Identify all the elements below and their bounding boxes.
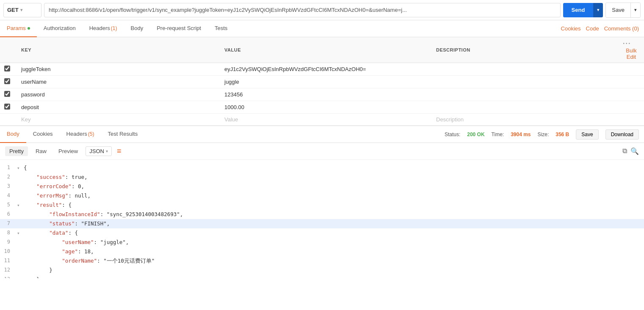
code-line: 9 "userName": "juggle",	[0, 238, 644, 247]
line-arrow	[17, 192, 24, 192]
tab-params[interactable]: Params	[0, 20, 37, 37]
response-section: Body Cookies Headers(5) Test Results Sta…	[0, 126, 644, 278]
table-row: deposit 1000.00	[0, 101, 644, 114]
params-table: KEY VALUE DESCRIPTION ··· Bulk Edit jugg…	[0, 37, 644, 126]
format-tab-pretty[interactable]: Pretty	[5, 146, 28, 156]
search-icon[interactable]: 🔍	[630, 147, 639, 155]
line-content: }	[24, 275, 644, 278]
desc-placeholder[interactable]: Description	[436, 116, 464, 123]
status-value: 200 OK	[467, 132, 484, 137]
line-arrow	[17, 257, 24, 258]
line-content: "errorCode": 0,	[24, 182, 644, 191]
line-number: 9	[0, 238, 17, 246]
line-number: 3	[0, 182, 17, 190]
send-button[interactable]: Send	[563, 3, 594, 17]
table-row: password 123456	[0, 88, 644, 101]
response-save-button[interactable]: Save	[576, 129, 598, 140]
line-number: 8	[0, 229, 17, 237]
code-line: 8 ▾ "data": {	[0, 228, 644, 238]
column-options-icon[interactable]: ···	[623, 40, 631, 47]
headers-badge: (1)	[111, 25, 117, 31]
row-value: 1000.00	[224, 104, 244, 110]
save-button[interactable]: Save	[606, 3, 630, 17]
row-value: juggle	[224, 79, 239, 85]
comments-link[interactable]: Comments (0)	[604, 25, 639, 32]
tab-tests[interactable]: Tests	[208, 20, 234, 37]
line-content: "success": true,	[24, 173, 644, 181]
line-number: 1	[0, 164, 17, 172]
params-header-row: KEY VALUE DESCRIPTION ··· Bulk Edit	[0, 37, 644, 63]
col-header-desc: DESCRIPTION	[432, 37, 619, 63]
row-checkbox[interactable]	[4, 78, 10, 84]
row-checkbox[interactable]	[4, 91, 10, 97]
key-placeholder[interactable]: Key	[21, 116, 30, 123]
line-content: {	[24, 164, 644, 172]
body-toolbar: Pretty Raw Preview JSON ▾ ≡ ⧉ 🔍	[0, 143, 644, 160]
send-dropdown-button[interactable]: ▾	[593, 3, 603, 17]
method-label: GET	[7, 7, 19, 13]
response-tab-test-results[interactable]: Test Results	[101, 126, 144, 143]
tab-headers[interactable]: Headers(1)	[83, 20, 124, 37]
format-tab-preview[interactable]: Preview	[54, 146, 82, 156]
line-number: 7	[0, 219, 17, 228]
cookies-link[interactable]: Cookies	[561, 25, 581, 32]
code-line: 5 ▾ "result": {	[0, 200, 644, 210]
format-tab-raw[interactable]: Raw	[31, 146, 51, 156]
code-line: 2 "success": true,	[0, 173, 644, 182]
wrap-icon[interactable]: ≡	[117, 147, 122, 156]
send-button-group: Send ▾	[563, 3, 603, 17]
table-row-placeholder: Key Value Description	[0, 114, 644, 126]
tab-body[interactable]: Body	[124, 20, 150, 37]
language-dropdown[interactable]: JSON ▾	[86, 146, 112, 156]
row-checkbox[interactable]	[4, 104, 10, 110]
line-number: 4	[0, 192, 17, 200]
code-line: 3 "errorCode": 0,	[0, 182, 644, 191]
line-number: 13	[0, 275, 17, 278]
line-arrow	[17, 182, 24, 183]
code-line: 1 ▾ {	[0, 163, 644, 173]
copy-icon[interactable]: ⧉	[622, 147, 627, 155]
table-row: userName juggle	[0, 76, 644, 88]
top-bar: GET ▾ Send ▾ Save ▾	[0, 0, 644, 20]
table-row: juggleToken eyJ1c2VySWQiOjEsInRpbWVzdGFt…	[0, 63, 644, 76]
line-number: 5	[0, 201, 17, 209]
response-tab-headers[interactable]: Headers(5)	[60, 126, 101, 143]
value-placeholder[interactable]: Value	[224, 116, 238, 123]
line-arrow[interactable]: ▾	[17, 201, 24, 209]
line-arrow	[17, 173, 24, 174]
line-content: "result": {	[24, 201, 644, 209]
col-header-check	[0, 37, 17, 63]
save-button-group: Save ▾	[605, 3, 641, 18]
toolbar-right: ⧉ 🔍	[622, 147, 639, 155]
row-checkbox[interactable]	[4, 66, 10, 71]
url-input[interactable]	[44, 3, 561, 17]
line-number: 2	[0, 173, 17, 181]
code-line: 13 }	[0, 275, 644, 278]
line-content: "flowInstanceId": "sync_9253014003482693…	[24, 210, 644, 219]
line-arrow	[17, 275, 24, 276]
line-arrow[interactable]: ▾	[17, 164, 24, 172]
line-arrow	[17, 219, 24, 220]
method-select[interactable]: GET ▾	[3, 3, 41, 17]
row-key: juggleToken	[21, 66, 50, 72]
code-link[interactable]: Code	[586, 25, 599, 32]
status-label: Status:	[445, 132, 460, 137]
response-meta: Status: 200 OK Time: 3904 ms Size: 356 B…	[445, 129, 644, 140]
size-value: 356 B	[556, 132, 569, 137]
line-content: "userName": "juggle",	[24, 238, 644, 247]
line-arrow[interactable]: ▾	[17, 229, 24, 237]
tab-prerequest[interactable]: Pre-request Script	[150, 20, 208, 37]
response-download-button[interactable]: Download	[605, 129, 639, 140]
line-content: "status": "FINISH",	[24, 219, 644, 228]
save-dropdown-button[interactable]: ▾	[630, 3, 640, 17]
line-number: 6	[0, 210, 17, 218]
col-header-key: KEY	[17, 37, 220, 63]
response-tab-cookies[interactable]: Cookies	[26, 126, 60, 143]
bulk-edit-button[interactable]: Bulk Edit	[623, 47, 640, 60]
line-arrow	[17, 266, 24, 267]
code-line: 6 "flowInstanceId": "sync_92530140034826…	[0, 210, 644, 219]
tab-authorization[interactable]: Authorization	[37, 20, 83, 37]
line-content: "errorMsg": null,	[24, 192, 644, 200]
code-line: 11 "orderName": "一个10元话费订单"	[0, 256, 644, 266]
response-tab-body[interactable]: Body	[0, 126, 26, 143]
